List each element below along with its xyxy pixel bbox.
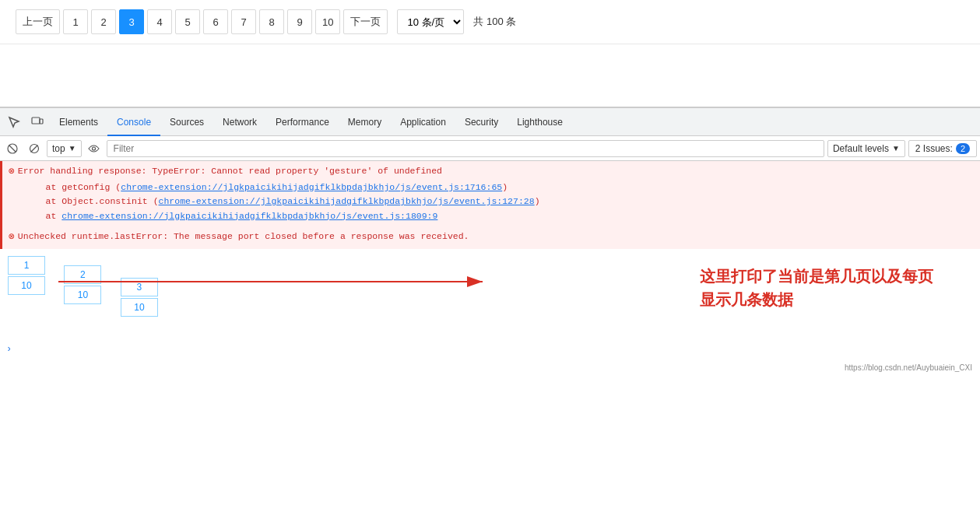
next-page-btn[interactable]: 下一页 — [343, 9, 388, 34]
issues-badge[interactable]: 2 Issues: 2 — [908, 140, 977, 157]
tab-network[interactable]: Network — [213, 108, 266, 136]
device-toolbar-icon[interactable] — [26, 111, 48, 133]
levels-selector[interactable]: Default levels ▼ — [827, 140, 905, 157]
error-link-2[interactable]: chrome-extension://jlgkpaicikihijadgifkl… — [159, 196, 535, 206]
block-icon[interactable] — [25, 139, 44, 158]
clear-console-btn[interactable] — [3, 139, 22, 158]
tab-application[interactable]: Application — [391, 108, 455, 136]
error-link-3[interactable]: chrome-extension://jlgkpaicikihijadgifkl… — [61, 211, 437, 221]
page-btn-6[interactable]: 6 — [203, 9, 228, 34]
console-error-1: ⊗ Error handling response: TypeError: Ca… — [0, 161, 980, 226]
issues-count-badge: 2 — [956, 143, 970, 154]
error-stack-1-line-1: at getConfig (chrome-extension://jlgkpai… — [24, 181, 974, 195]
page-btn-10[interactable]: 10 — [315, 9, 340, 34]
tab-memory[interactable]: Memory — [339, 108, 391, 136]
error-message-2: Unchecked runtime.lastError: The message… — [18, 230, 469, 244]
devtools-panel: Elements Console Sources Network Perform… — [0, 107, 980, 512]
error-link-1[interactable]: chrome-extension://jlgkpaicikihijadgifkl… — [121, 182, 502, 192]
svg-line-3 — [9, 146, 16, 152]
page-btn-9[interactable]: 9 — [287, 9, 312, 34]
error-icon-2: ⊗ — [9, 230, 15, 246]
page-btn-8[interactable]: 8 — [259, 9, 284, 34]
data-page-2: 2 — [64, 265, 101, 284]
data-size-3: 10 — [121, 298, 158, 317]
svg-rect-0 — [32, 117, 40, 124]
footer-url: https://blog.csdn.net/Auybuaiein_CXI — [845, 363, 972, 372]
svg-line-5 — [31, 145, 38, 152]
page-btn-3[interactable]: 3 — [119, 9, 144, 34]
page-size-select[interactable]: 10 条/页 — [397, 9, 464, 34]
console-error-2: ⊗ Unchecked runtime.lastError: The messa… — [0, 226, 980, 249]
svg-point-6 — [93, 147, 96, 150]
context-selector[interactable]: top ▼ — [47, 140, 82, 157]
tab-sources[interactable]: Sources — [160, 108, 213, 136]
console-prompt[interactable]: › — [0, 341, 21, 358]
prompt-icon: › — [6, 344, 12, 355]
pagination-bar: 上一页 1 2 3 4 5 6 7 8 9 10 下一页 10 条/页 共 10… — [0, 0, 980, 44]
total-label: 共 100 条 — [473, 15, 516, 29]
tab-performance[interactable]: Performance — [266, 108, 339, 136]
tab-security[interactable]: Security — [455, 108, 508, 136]
console-toolbar: top ▼ Default levels ▼ 2 Issues: 2 — [0, 136, 980, 161]
inspect-element-icon[interactable] — [3, 111, 25, 133]
data-size-2: 10 — [64, 286, 101, 304]
error-icon-1: ⊗ — [9, 164, 15, 181]
context-arrow-icon: ▼ — [68, 144, 76, 153]
page-btn-2[interactable]: 2 — [91, 9, 116, 34]
error-stack-1-line-3: at chrome-extension://jlgkpaicikihijadgi… — [24, 209, 974, 223]
levels-arrow-icon: ▼ — [892, 144, 900, 153]
data-size-1: 10 — [8, 276, 45, 295]
tab-console[interactable]: Console — [107, 108, 160, 136]
page-btn-4[interactable]: 4 — [147, 9, 172, 34]
svg-rect-1 — [40, 119, 43, 124]
content-area — [0, 44, 980, 107]
data-page-3: 3 — [121, 278, 158, 296]
error-message-1: Error handling response: TypeError: Cann… — [18, 164, 442, 178]
page-btn-7[interactable]: 7 — [231, 9, 256, 34]
devtools-tab-bar: Elements Console Sources Network Perform… — [0, 108, 980, 136]
page-btn-5[interactable]: 5 — [175, 9, 200, 34]
prev-page-btn[interactable]: 上一页 — [16, 9, 60, 34]
console-body: ⊗ Error handling response: TypeError: Ca… — [0, 161, 980, 512]
tab-elements[interactable]: Elements — [50, 108, 107, 136]
tab-lighthouse[interactable]: Lighthouse — [508, 108, 572, 136]
eye-icon[interactable] — [85, 139, 104, 158]
error-stack-1-line-2: at Object.constinit (chrome-extension://… — [24, 195, 974, 209]
data-page-1: 1 — [8, 256, 45, 275]
data-output-area: 1 10 2 10 3 10 — [0, 249, 980, 373]
filter-input[interactable] — [107, 140, 824, 157]
annotation-text: 这里打印了当前是第几页以及每页显示几条数据 — [700, 265, 933, 311]
page-btn-1[interactable]: 1 — [63, 9, 88, 34]
